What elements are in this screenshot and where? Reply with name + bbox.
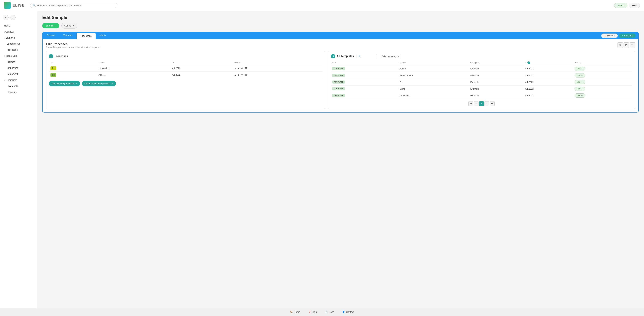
footer-contact[interactable]: 👤 Contact <box>342 311 354 313</box>
page-1-button[interactable]: 1 <box>479 101 484 106</box>
delete-button[interactable]: 🗑 <box>244 73 248 77</box>
planned-button[interactable]: 📋 Planned <box>601 34 618 38</box>
delete-button[interactable]: 🗑 <box>244 66 248 70</box>
id-badge: P2 <box>50 73 56 77</box>
list-item: TEMPLATE Measurement Example 4.1.2022 Us… <box>331 72 632 79</box>
template-badge: TEMPLATE <box>332 74 345 77</box>
th-name[interactable]: Name ∨ <box>398 60 469 65</box>
last-page-button[interactable]: ⏭ <box>490 101 494 106</box>
template-search[interactable]: 🔍 <box>356 54 377 58</box>
edit-button[interactable]: ✏ <box>241 66 244 70</box>
move-up-button[interactable]: ▲ <box>234 67 236 70</box>
process-date-cell: 4.1.2022 <box>170 65 232 72</box>
footer-docs-label: Docs <box>329 311 334 313</box>
th-actions: Actions <box>573 60 632 65</box>
use-planned-button[interactable]: Use planned processes ＋ <box>49 81 80 86</box>
tab-materials[interactable]: Materials <box>59 32 77 39</box>
list-view-button[interactable]: ☰ <box>630 42 635 48</box>
template-category-cell: Example <box>469 65 524 72</box>
edit-button[interactable]: ✏ <box>241 73 244 77</box>
sort-icon: ∨ <box>405 62 406 64</box>
sidebar-item-samples[interactable]: › Samples <box>0 35 37 41</box>
sidebar-item-employees[interactable]: Employees <box>0 65 37 71</box>
submit-button[interactable]: Submit ✓ <box>42 23 59 28</box>
chevron-down-icon: ∨ <box>398 55 399 58</box>
sidebar-item-projects[interactable]: Projects <box>0 59 37 65</box>
sidebar-item-materials[interactable]: › Materials <box>0 83 37 89</box>
prev-page-button[interactable]: ‹ <box>474 101 478 106</box>
footer-help[interactable]: ❓ Help <box>308 311 317 313</box>
sidebar-item-home[interactable]: Home <box>0 23 37 29</box>
forward-button[interactable]: › <box>10 15 16 20</box>
plus-icon: ＋ <box>581 81 583 84</box>
logo-text: ELISE <box>12 3 25 8</box>
sidebar-item-layouts[interactable]: › Layouts <box>0 89 37 95</box>
use-template-button[interactable]: Use ＋ <box>574 94 585 98</box>
tab-bar: General Materials Processes Matrix 📋 Pla… <box>42 32 638 39</box>
split-view-button[interactable]: ⊞ <box>624 42 629 48</box>
search-bar[interactable]: 🔍 <box>30 3 118 8</box>
tab-general[interactable]: General <box>42 32 59 39</box>
template-badge: TEMPLATE <box>332 80 345 84</box>
process-date-cell: 4.1.2022 <box>170 72 232 78</box>
sidebar-nav-btns: ‹ › <box>0 14 37 23</box>
move-up-button[interactable]: ▲ <box>234 74 236 76</box>
footer-home[interactable]: 🏠 Home <box>290 311 300 313</box>
footer-docs[interactable]: 📄 Docs <box>325 311 334 313</box>
sidebar-item-experiments[interactable]: Experiments <box>0 41 37 47</box>
use-template-button[interactable]: Use ＋ <box>574 66 585 71</box>
tab-processes[interactable]: Processes <box>77 33 96 39</box>
executed-button[interactable]: ✓ Executed <box>619 34 636 38</box>
template-date-cell: 4.1.2022 <box>524 72 573 79</box>
sidebar-item-base-data[interactable]: ∨ Base-Data <box>0 53 37 59</box>
th-category[interactable]: Category ∨ <box>469 60 524 65</box>
sidebar-item-label: Home <box>4 24 10 27</box>
use-label: Use <box>577 68 580 70</box>
search-input[interactable] <box>37 4 115 7</box>
process-actions-cell: ▲ ▼ ✏ 🗑 <box>232 72 322 78</box>
sort-icon: ∨ <box>479 62 480 64</box>
sidebar-item-equipment[interactable]: Equipment <box>0 71 37 77</box>
templates-title: All Templates <box>336 55 354 58</box>
template-badge: TEMPLATE <box>332 94 345 97</box>
use-label: Use <box>577 88 580 90</box>
move-down-button[interactable]: ▼ <box>237 74 240 76</box>
executed-label: Executed <box>624 34 633 37</box>
first-page-button[interactable]: ⏮ <box>468 101 473 106</box>
cancel-label: Cancel <box>64 24 72 27</box>
tab-bar-right: 📋 Planned ✓ Executed <box>598 32 638 39</box>
submit-label: Submit <box>46 24 53 27</box>
use-template-button[interactable]: Use ＋ <box>574 80 585 84</box>
back-button[interactable]: ‹ <box>3 15 8 20</box>
eye-view-button[interactable]: 👁 <box>618 42 623 48</box>
next-page-button[interactable]: › <box>484 101 489 106</box>
cancel-button[interactable]: Cancel ✕ <box>62 23 78 28</box>
sidebar-item-templates[interactable]: ∨ Templates <box>0 77 37 83</box>
sidebar-item-label: Samples <box>6 36 15 39</box>
processes-col-header: 2 Processes <box>49 54 322 58</box>
footer-contact-label: Contact <box>346 311 354 313</box>
panel-columns: 2 Processes ID Name ⏱ Actions <box>46 51 635 109</box>
plus-icon: ＋ <box>581 94 583 97</box>
panel-title: Edit Processes <box>46 42 618 46</box>
select-category-label: Select category <box>382 55 397 58</box>
tab-matrix[interactable]: Matrix <box>96 32 110 39</box>
th-id[interactable]: ID ∨ <box>331 60 398 65</box>
th-date[interactable]: ⏱ ↓ <box>524 60 573 65</box>
sidebar-item-label: Employees <box>7 66 18 69</box>
search-button[interactable]: Search <box>614 3 628 8</box>
sidebar-item-processes[interactable]: Processes <box>0 47 37 53</box>
chevron-right-icon: › <box>7 91 8 93</box>
template-search-input[interactable] <box>362 55 375 58</box>
checkmark-icon: ✓ <box>54 24 56 27</box>
filter-button[interactable]: Filter <box>629 3 640 8</box>
sidebar-item-overview[interactable]: Overview <box>0 29 37 35</box>
select-category-dropdown[interactable]: Select category ∨ <box>380 54 401 58</box>
sort-icon: ∨ <box>334 62 336 64</box>
search-icon: 🔍 <box>33 4 36 7</box>
list-item: TEMPLATE Adhere Example 4.1.2022 Use ＋ <box>331 65 632 72</box>
use-template-button[interactable]: Use ＋ <box>574 73 585 78</box>
move-down-button[interactable]: ▼ <box>237 67 240 70</box>
create-unplanned-button[interactable]: Create unplanned process ＋ <box>82 81 116 86</box>
use-template-button[interactable]: Use ＋ <box>574 87 585 91</box>
